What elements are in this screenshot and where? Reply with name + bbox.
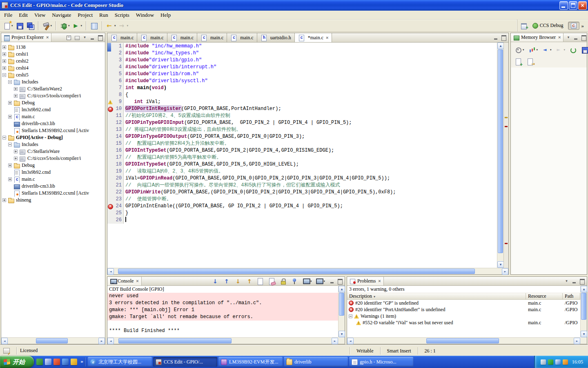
perspective-overflow-chevron[interactable]: » [581,22,584,29]
close-view-icon[interactable]: × [378,279,381,283]
restore-button[interactable] [569,1,577,10]
scroll-lock-button[interactable] [278,276,288,286]
tree-expander-icon[interactable] [2,198,6,202]
scrollbar-track[interactable] [339,292,345,331]
scroll-left-icon[interactable]: ◄ [1,338,8,344]
tree-expander-icon[interactable] [8,177,12,181]
code-line[interactable]: 23// 使能管脚中断。 [107,196,497,203]
scrollbar-track[interactable] [114,268,502,275]
code-line[interactable]: 5#include"driverlib/rom.h" [107,71,497,78]
tree-expander-icon[interactable] [8,115,12,119]
code-line[interactable]: 25} [107,210,497,217]
minimize-button[interactable] [559,1,568,10]
code-line[interactable]: 6#include"driverlib/sysctl.h" [107,78,497,85]
overview-ruler[interactable] [503,43,508,268]
taskbar-task-button[interactable]: driverlib [284,357,348,367]
debug-button[interactable]: ▾ [59,21,71,31]
open-perspective-icon[interactable] [521,22,528,29]
dropdown-arrow-icon[interactable]: ▾ [51,24,52,28]
tree-expander-icon[interactable] [8,80,12,84]
menu-item[interactable]: Run [96,11,111,19]
mem-export-button[interactable] [525,57,535,67]
quick-launch-overflow-icon[interactable]: » [80,359,83,365]
tree-item[interactable]: driverlib-cm3.lib [1,183,105,190]
tree-item[interactable]: Includes [1,141,105,148]
editor-tab[interactable]: main.c [197,33,227,42]
close-button[interactable]: × [578,1,587,10]
scroll-to-bottom-button[interactable] [209,276,219,286]
minimize-editor-icon[interactable] [493,35,499,40]
tree-item[interactable]: driverlib-cm3.lib [1,120,105,127]
tree-item[interactable]: C:/ti/ccsv5/tools/compiler/i [1,155,105,162]
explorer-hscrollbar[interactable]: ◄ ► [1,337,105,344]
tree-item[interactable]: main.c [1,176,105,183]
tree-item[interactable]: Debug [1,162,105,169]
quick-launch-icon[interactable] [53,359,60,365]
scroll-down-icon[interactable]: ▼ [581,331,587,337]
scroll-up-icon[interactable]: ▲ [497,43,504,49]
scroll-right-icon[interactable]: ► [574,338,580,344]
scroll-right-icon[interactable]: ► [502,268,508,275]
code-line[interactable]: 7int main(void) [107,85,497,92]
scrollbar-track[interactable] [497,49,503,261]
code-line[interactable]: 1#include "inc/hw_memmap.h" [107,43,497,50]
code-line[interactable]: 22GPIOPinWrite(GPIO_PORTA_BASE,(GPIO_PIN… [107,189,497,196]
tree-expander-icon[interactable] [8,164,12,167]
memory-browser-tab[interactable]: Memory Browser × [511,33,564,42]
editor-tab[interactable]: main.c [107,33,137,42]
console-hscrollbar[interactable]: ◄ ► [107,337,338,344]
tree-item[interactable]: C:/StellarisWare [1,148,105,155]
mem-chart-button[interactable]: ▾ [527,45,539,55]
tray-icon[interactable] [541,359,546,365]
tree-item[interactable]: ceshi4 [1,65,105,72]
close-view-icon[interactable]: × [558,35,561,40]
dropdown-arrow-icon[interactable]: ▾ [564,48,566,52]
mem-save-button[interactable] [580,45,588,55]
tray-icon[interactable] [548,359,553,365]
quick-launch-icon[interactable] [45,359,51,365]
code-line[interactable]: 15// 配置端口A的管脚2和4为上升沿触发中断。 [107,140,497,147]
save-button[interactable] [15,21,24,31]
code-line[interactable]: 2#include "inc/hw_types.h" [107,50,497,57]
tree-item[interactable]: Debug [1,99,105,106]
dropdown-arrow-icon[interactable]: ▾ [523,48,524,52]
dropdown-arrow-icon[interactable]: ▾ [127,24,129,28]
dropdown-arrow-icon[interactable]: ▾ [550,48,552,52]
clear-console-button[interactable] [267,276,276,286]
minimize-view-icon[interactable] [329,278,335,284]
overview-error-mark[interactable] [505,126,508,127]
scroll-up-icon[interactable]: ▲ [339,286,345,292]
dropdown-arrow-icon[interactable]: ▾ [537,48,538,52]
maximize-view-icon[interactable] [581,35,587,40]
fast-view-icon[interactable] [3,348,10,354]
quick-launch-icon[interactable] [36,359,43,365]
quick-launch-icon[interactable] [62,359,69,365]
link-with-editor-icon[interactable] [74,35,80,40]
column-header[interactable]: Resource [526,293,563,299]
editor-tab[interactable]: main.c [167,33,197,42]
maximize-editor-icon[interactable] [501,35,507,40]
menu-item[interactable]: Scripts [111,11,133,19]
tree-expander-icon[interactable] [14,94,18,98]
scroll-left-icon[interactable]: ◄ [107,268,114,275]
code-line[interactable]: 24GPIOPinIntEnable((GPIO_PORTA_BASE, GP … [107,203,497,210]
mem-refresh-button[interactable] [568,45,578,55]
scrollbar-thumb[interactable] [426,338,499,343]
menu-item[interactable]: Edit [16,11,31,19]
tree-item[interactable]: lm3s9b92.cmd [1,169,105,176]
tree-expander-icon[interactable] [14,157,18,160]
editor-tab[interactable]: uartstdio.h [257,33,295,42]
menu-item[interactable]: Help [157,11,174,19]
editor-tab[interactable]: main.c [137,33,167,42]
minimize-view-icon[interactable] [89,35,96,40]
nav-forward-button[interactable]: ▾ [118,21,129,31]
code-line[interactable]: 8{ [107,92,497,99]
scrollbar-thumb[interactable] [118,269,475,274]
code-editor[interactable]: 1#include "inc/hw_memmap.h"2#include "in… [107,43,508,268]
save-all-button[interactable] [25,21,35,31]
mem-back-button[interactable]: ▾ [541,45,552,55]
overview-error-mark[interactable] [505,243,508,244]
tree-item[interactable]: 1138 [1,44,105,51]
run-button[interactable]: ▾ [71,21,83,31]
tree-expander-icon[interactable] [2,73,6,77]
